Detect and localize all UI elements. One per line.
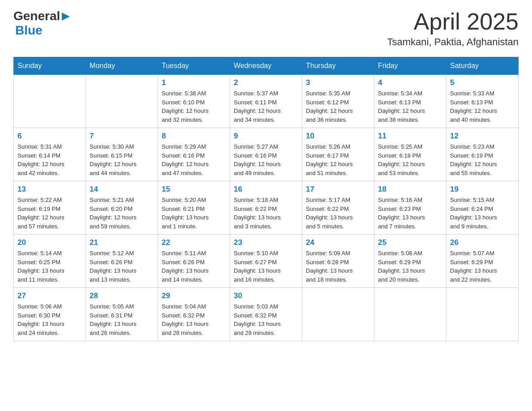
table-row: 1Sunrise: 5:38 AMSunset: 6:10 PMDaylight…: [158, 75, 230, 128]
day-info: Sunrise: 5:31 AMSunset: 6:14 PMDaylight:…: [17, 142, 82, 177]
day-info: Sunrise: 5:38 AMSunset: 6:10 PMDaylight:…: [162, 89, 226, 124]
calendar-title: April 2025: [387, 9, 519, 34]
table-row: 29Sunrise: 5:04 AMSunset: 6:32 PMDayligh…: [158, 288, 230, 341]
table-row: 27Sunrise: 5:06 AMSunset: 6:30 PMDayligh…: [14, 288, 86, 341]
table-row: 2Sunrise: 5:37 AMSunset: 6:11 PMDaylight…: [230, 75, 302, 128]
day-info: Sunrise: 5:12 AMSunset: 6:26 PMDaylight:…: [90, 249, 154, 284]
col-sunday: Sunday: [14, 57, 86, 75]
table-row: [374, 288, 446, 341]
logo-blue-text: Blue: [15, 23, 43, 38]
day-info: Sunrise: 5:11 AMSunset: 6:26 PMDaylight:…: [162, 249, 226, 284]
table-row: 15Sunrise: 5:20 AMSunset: 6:21 PMDayligh…: [158, 181, 230, 235]
col-tuesday: Tuesday: [158, 57, 230, 75]
day-number: 22: [162, 238, 226, 247]
logo-triangle-icon: [61, 12, 71, 21]
day-number: 8: [162, 132, 226, 141]
calendar-table: Sunday Monday Tuesday Wednesday Thursday…: [13, 57, 519, 341]
table-row: 20Sunrise: 5:14 AMSunset: 6:25 PMDayligh…: [14, 235, 86, 288]
day-number: 19: [450, 185, 515, 194]
day-number: 28: [90, 291, 154, 300]
day-info: Sunrise: 5:20 AMSunset: 6:21 PMDaylight:…: [162, 196, 226, 231]
day-number: 14: [90, 185, 154, 194]
day-number: 9: [234, 132, 298, 141]
day-number: 27: [17, 291, 82, 300]
day-info: Sunrise: 5:33 AMSunset: 6:13 PMDaylight:…: [450, 89, 515, 124]
day-info: Sunrise: 5:22 AMSunset: 6:19 PMDaylight:…: [17, 196, 82, 231]
day-number: 5: [450, 78, 515, 87]
col-wednesday: Wednesday: [230, 57, 302, 75]
svg-marker-0: [62, 13, 70, 21]
logo: General Blue: [13, 9, 71, 38]
table-row: 14Sunrise: 5:21 AMSunset: 6:20 PMDayligh…: [86, 181, 158, 235]
day-info: Sunrise: 5:34 AMSunset: 6:13 PMDaylight:…: [378, 89, 442, 124]
table-row: 21Sunrise: 5:12 AMSunset: 6:26 PMDayligh…: [86, 235, 158, 288]
logo-general-text: General: [13, 9, 60, 23]
day-info: Sunrise: 5:26 AMSunset: 6:17 PMDaylight:…: [306, 142, 370, 177]
day-info: Sunrise: 5:05 AMSunset: 6:31 PMDaylight:…: [90, 302, 154, 337]
day-info: Sunrise: 5:27 AMSunset: 6:16 PMDaylight:…: [234, 142, 298, 177]
table-row: 11Sunrise: 5:25 AMSunset: 6:18 PMDayligh…: [374, 128, 446, 181]
day-number: 30: [234, 291, 298, 300]
day-info: Sunrise: 5:15 AMSunset: 6:24 PMDaylight:…: [450, 196, 515, 231]
calendar-week-row: 13Sunrise: 5:22 AMSunset: 6:19 PMDayligh…: [14, 181, 519, 235]
calendar-week-row: 6Sunrise: 5:31 AMSunset: 6:14 PMDaylight…: [14, 128, 519, 181]
table-row: 4Sunrise: 5:34 AMSunset: 6:13 PMDaylight…: [374, 75, 446, 128]
table-row: 28Sunrise: 5:05 AMSunset: 6:31 PMDayligh…: [86, 288, 158, 341]
table-row: [302, 288, 374, 341]
col-saturday: Saturday: [446, 57, 519, 75]
day-info: Sunrise: 5:29 AMSunset: 6:16 PMDaylight:…: [162, 142, 226, 177]
calendar-location: Tsamkani, Paktia, Afghanistan: [387, 36, 519, 48]
day-info: Sunrise: 5:35 AMSunset: 6:12 PMDaylight:…: [306, 89, 370, 124]
table-row: 25Sunrise: 5:08 AMSunset: 6:29 PMDayligh…: [374, 235, 446, 288]
day-number: 21: [90, 238, 154, 247]
day-info: Sunrise: 5:08 AMSunset: 6:29 PMDaylight:…: [378, 249, 442, 284]
table-row: 10Sunrise: 5:26 AMSunset: 6:17 PMDayligh…: [302, 128, 374, 181]
table-row: 16Sunrise: 5:18 AMSunset: 6:22 PMDayligh…: [230, 181, 302, 235]
table-row: 6Sunrise: 5:31 AMSunset: 6:14 PMDaylight…: [14, 128, 86, 181]
calendar-week-row: 27Sunrise: 5:06 AMSunset: 6:30 PMDayligh…: [14, 288, 519, 341]
table-row: [446, 288, 519, 341]
table-row: 23Sunrise: 5:10 AMSunset: 6:27 PMDayligh…: [230, 235, 302, 288]
day-info: Sunrise: 5:23 AMSunset: 6:19 PMDaylight:…: [450, 142, 515, 177]
day-info: Sunrise: 5:07 AMSunset: 6:29 PMDaylight:…: [450, 249, 515, 284]
day-number: 16: [234, 185, 298, 194]
table-row: [86, 75, 158, 128]
day-number: 17: [306, 185, 370, 194]
day-number: 25: [378, 238, 442, 247]
table-row: 30Sunrise: 5:03 AMSunset: 6:32 PMDayligh…: [230, 288, 302, 341]
day-number: 4: [378, 78, 442, 87]
day-info: Sunrise: 5:14 AMSunset: 6:25 PMDaylight:…: [17, 249, 82, 284]
day-number: 11: [378, 132, 442, 141]
table-row: 17Sunrise: 5:17 AMSunset: 6:22 PMDayligh…: [302, 181, 374, 235]
day-number: 7: [90, 132, 154, 141]
day-info: Sunrise: 5:09 AMSunset: 6:28 PMDaylight:…: [306, 249, 370, 284]
day-number: 6: [17, 132, 82, 141]
page-header: General Blue April 2025 Tsamkani, Paktia…: [13, 9, 519, 48]
table-row: 19Sunrise: 5:15 AMSunset: 6:24 PMDayligh…: [446, 181, 519, 235]
day-number: 24: [306, 238, 370, 247]
day-info: Sunrise: 5:03 AMSunset: 6:32 PMDaylight:…: [234, 302, 298, 337]
day-number: 18: [378, 185, 442, 194]
day-info: Sunrise: 5:18 AMSunset: 6:22 PMDaylight:…: [234, 196, 298, 231]
day-number: 3: [306, 78, 370, 87]
table-row: [14, 75, 86, 128]
table-row: 9Sunrise: 5:27 AMSunset: 6:16 PMDaylight…: [230, 128, 302, 181]
day-info: Sunrise: 5:37 AMSunset: 6:11 PMDaylight:…: [234, 89, 298, 124]
table-row: 8Sunrise: 5:29 AMSunset: 6:16 PMDaylight…: [158, 128, 230, 181]
day-info: Sunrise: 5:30 AMSunset: 6:15 PMDaylight:…: [90, 142, 154, 177]
day-number: 15: [162, 185, 226, 194]
calendar-week-row: 20Sunrise: 5:14 AMSunset: 6:25 PMDayligh…: [14, 235, 519, 288]
day-number: 1: [162, 78, 226, 87]
day-number: 29: [162, 291, 226, 300]
day-info: Sunrise: 5:04 AMSunset: 6:32 PMDaylight:…: [162, 302, 226, 337]
header-right: April 2025 Tsamkani, Paktia, Afghanistan: [387, 9, 519, 48]
day-number: 10: [306, 132, 370, 141]
day-info: Sunrise: 5:06 AMSunset: 6:30 PMDaylight:…: [17, 302, 82, 337]
day-info: Sunrise: 5:10 AMSunset: 6:27 PMDaylight:…: [234, 249, 298, 284]
table-row: 26Sunrise: 5:07 AMSunset: 6:29 PMDayligh…: [446, 235, 519, 288]
day-number: 23: [234, 238, 298, 247]
table-row: 13Sunrise: 5:22 AMSunset: 6:19 PMDayligh…: [14, 181, 86, 235]
calendar-header-row: Sunday Monday Tuesday Wednesday Thursday…: [14, 57, 519, 75]
table-row: 18Sunrise: 5:16 AMSunset: 6:23 PMDayligh…: [374, 181, 446, 235]
day-number: 12: [450, 132, 515, 141]
